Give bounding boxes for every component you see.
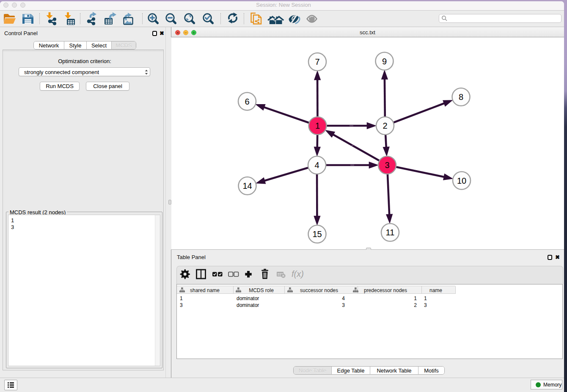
svg-text:8: 8 xyxy=(459,92,463,102)
svg-text:14: 14 xyxy=(242,181,252,190)
svg-text:f(x): f(x) xyxy=(292,269,304,279)
svg-text:15: 15 xyxy=(312,229,322,239)
svg-text:4: 4 xyxy=(314,160,319,170)
svg-text:2: 2 xyxy=(383,121,387,130)
svg-text:3: 3 xyxy=(385,160,389,170)
svg-text:7: 7 xyxy=(315,57,319,66)
svg-text:1: 1 xyxy=(315,121,320,130)
svg-text:6: 6 xyxy=(245,97,249,106)
svg-text:9: 9 xyxy=(382,57,387,66)
svg-text:11: 11 xyxy=(386,228,395,237)
svg-text:10: 10 xyxy=(457,176,466,185)
